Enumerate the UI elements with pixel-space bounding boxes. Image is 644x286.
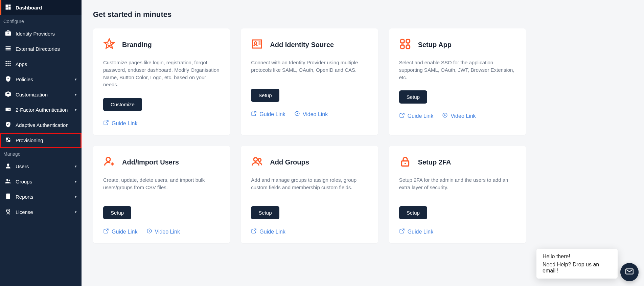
svg-rect-12 bbox=[9, 63, 10, 64]
lock-icon bbox=[399, 155, 411, 169]
svg-rect-15 bbox=[9, 65, 10, 66]
svg-point-19 bbox=[8, 140, 10, 142]
link-label: Guide Link bbox=[408, 113, 434, 119]
link-label: Guide Link bbox=[408, 229, 434, 235]
license-icon bbox=[5, 208, 12, 216]
sidebar-item-adaptive-auth[interactable]: Adaptive Authentication bbox=[0, 117, 82, 133]
sidebar-section-configure: Configure bbox=[0, 15, 82, 26]
svg-rect-2 bbox=[8, 6, 11, 9]
sidebar-item-identity-providers[interactable]: Identity Providers bbox=[0, 26, 82, 41]
chat-popup: Hello there! Need Help? Drop us an email… bbox=[536, 249, 618, 279]
svg-rect-4 bbox=[6, 46, 11, 47]
play-circle-icon bbox=[442, 112, 448, 119]
svg-point-37 bbox=[254, 158, 258, 161]
sidebar-item-label: Adaptive Authentication bbox=[16, 122, 77, 128]
guide-link[interactable]: Guide Link bbox=[103, 228, 138, 235]
external-link-icon bbox=[399, 112, 405, 119]
svg-rect-9 bbox=[9, 61, 10, 62]
sidebar-item-2fa[interactable]: 123 2-Factor Authentication ▾ bbox=[0, 102, 82, 117]
apps-grid-icon bbox=[399, 38, 411, 51]
provisioning-icon bbox=[5, 136, 12, 144]
setup-button[interactable]: Setup bbox=[399, 90, 427, 104]
sidebar-section-manage: Manage bbox=[0, 148, 82, 159]
svg-point-35 bbox=[106, 157, 110, 161]
link-label: Video Link bbox=[303, 111, 328, 117]
sidebar-item-label: Groups bbox=[16, 179, 71, 184]
svg-point-28 bbox=[254, 42, 257, 44]
video-link[interactable]: Video Link bbox=[294, 111, 328, 118]
svg-rect-13 bbox=[6, 65, 7, 66]
apps-icon bbox=[5, 60, 12, 68]
link-label: Video Link bbox=[451, 113, 476, 119]
customize-button[interactable]: Customize bbox=[103, 98, 142, 111]
chevron-down-icon: ▾ bbox=[75, 210, 77, 214]
external-link-icon bbox=[103, 228, 109, 235]
sidebar-item-label: Apps bbox=[16, 61, 77, 67]
svg-rect-8 bbox=[7, 61, 8, 62]
video-link[interactable]: Video Link bbox=[146, 228, 180, 235]
setup-button[interactable]: Setup bbox=[251, 206, 279, 219]
chevron-down-icon: ▾ bbox=[75, 195, 77, 199]
chevron-down-icon: ▾ bbox=[75, 164, 77, 169]
sidebar-item-groups[interactable]: Groups ▾ bbox=[0, 174, 82, 189]
svg-rect-5 bbox=[6, 48, 11, 49]
card-desc: Select and enable SSO for the applicatio… bbox=[399, 59, 516, 81]
sidebar-item-provisioning[interactable]: Provisioning bbox=[0, 133, 82, 148]
card-add-groups: Add Groups Add and manage groups to assi… bbox=[241, 146, 378, 243]
svg-point-40 bbox=[405, 163, 406, 164]
chat-greeting: Hello there! bbox=[543, 254, 612, 260]
chat-fab[interactable] bbox=[620, 263, 639, 281]
sidebar-item-reports[interactable]: Reports ▾ bbox=[0, 189, 82, 204]
sidebar-item-users[interactable]: Users ▾ bbox=[0, 159, 82, 174]
svg-point-25 bbox=[108, 43, 109, 44]
svg-point-20 bbox=[7, 163, 9, 166]
sidebar-item-label: Identity Providers bbox=[16, 31, 77, 37]
page-title: Get started in minutes bbox=[93, 10, 632, 19]
card-desc: Setup 2FA for the admin and the users to… bbox=[399, 176, 516, 197]
chevron-down-icon: ▾ bbox=[75, 77, 77, 82]
svg-rect-30 bbox=[400, 40, 404, 43]
adaptive-auth-icon bbox=[5, 121, 12, 129]
card-desc: Customize pages like login, registration… bbox=[103, 59, 220, 88]
link-label: Guide Link bbox=[259, 111, 285, 117]
sidebar-item-label: Users bbox=[16, 163, 71, 169]
svg-rect-10 bbox=[6, 63, 7, 64]
guide-link[interactable]: Guide Link bbox=[399, 228, 434, 235]
guide-link[interactable]: Guide Link bbox=[251, 111, 285, 118]
guide-link[interactable]: Guide Link bbox=[251, 228, 285, 235]
svg-rect-1 bbox=[8, 5, 11, 6]
svg-point-18 bbox=[6, 137, 8, 140]
identity-providers-icon bbox=[5, 30, 12, 38]
sidebar-item-label: Customization bbox=[16, 92, 71, 97]
svg-point-22 bbox=[8, 179, 10, 181]
card-title: Branding bbox=[122, 41, 152, 49]
setup-button[interactable]: Setup bbox=[251, 89, 279, 102]
svg-rect-6 bbox=[6, 49, 11, 50]
guide-link[interactable]: Guide Link bbox=[399, 112, 434, 119]
external-link-icon bbox=[251, 111, 257, 118]
card-desc: Connect with an Identity Provider using … bbox=[251, 59, 368, 79]
card-title: Setup 2FA bbox=[418, 158, 451, 166]
svg-point-21 bbox=[6, 179, 8, 181]
svg-text:123: 123 bbox=[6, 108, 10, 111]
sidebar-item-apps[interactable]: Apps bbox=[0, 57, 82, 72]
svg-rect-32 bbox=[400, 45, 404, 49]
sidebar-item-external-directories[interactable]: External Directories bbox=[0, 41, 82, 57]
group-icon bbox=[251, 155, 263, 169]
sidebar-item-license[interactable]: License ▾ bbox=[0, 204, 82, 220]
card-branding: Branding Customize pages like login, reg… bbox=[93, 28, 230, 135]
user-add-icon bbox=[103, 155, 115, 169]
svg-point-26 bbox=[110, 43, 111, 44]
card-setup-app: Setup App Select and enable SSO for the … bbox=[389, 28, 526, 135]
video-link[interactable]: Video Link bbox=[442, 112, 476, 119]
setup-button[interactable]: Setup bbox=[103, 206, 131, 219]
card-add-users: Add/Import Users Create, update, delete … bbox=[93, 146, 230, 243]
setup-button[interactable]: Setup bbox=[399, 206, 427, 219]
sidebar-item-customization[interactable]: Customization ▾ bbox=[0, 87, 82, 102]
main-content: Get started in minutes Branding Customiz… bbox=[82, 0, 644, 286]
card-desc: Create, update, delete users, and import… bbox=[103, 176, 220, 197]
sidebar-item-policies[interactable]: Policies ▾ bbox=[0, 72, 82, 87]
sidebar-item-dashboard[interactable]: Dashboard bbox=[0, 0, 82, 15]
guide-link[interactable]: Guide Link bbox=[103, 120, 138, 127]
svg-rect-14 bbox=[7, 65, 8, 66]
